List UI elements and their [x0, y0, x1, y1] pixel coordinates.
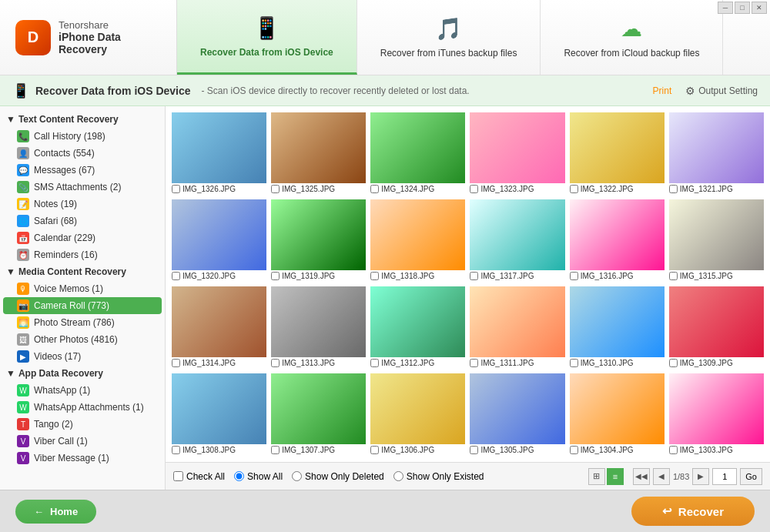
- photo-cell-1305[interactable]: IMG_1305.JPG: [470, 373, 564, 456]
- minimize-button[interactable]: ─: [718, 2, 733, 14]
- sidebar-item-other-photos[interactable]: 🖼 Other Photos (4816): [0, 331, 165, 348]
- nav-tabs: 📱 Recover Data from iOS Device 🎵 Recover…: [177, 0, 770, 75]
- photo-thumbnail: [669, 112, 764, 183]
- photo-checkbox[interactable]: [271, 185, 280, 193]
- sidebar-item-camera-roll[interactable]: 📷 Camera Roll (773): [3, 297, 162, 314]
- page-number-input[interactable]: [712, 468, 737, 485]
- tab-icloud[interactable]: ☁ Recover from iCloud backup files: [541, 0, 723, 75]
- first-page-button[interactable]: ◀◀: [633, 468, 650, 485]
- home-button[interactable]: ← Home: [15, 500, 96, 524]
- show-deleted-radio[interactable]: Show Only Deleted: [292, 471, 384, 482]
- photo-cell-1318[interactable]: IMG_1318.JPG: [370, 199, 465, 282]
- photo-cell-1304[interactable]: IMG_1304.JPG: [570, 373, 665, 456]
- photo-cell-1325[interactable]: IMG_1325.JPG: [271, 112, 366, 195]
- photo-cell-1308[interactable]: IMG_1308.JPG: [172, 373, 266, 456]
- sidebar-item-whatsapp-attachments[interactable]: W WhatsApp Attachments (1): [0, 399, 165, 416]
- photo-cell-1313[interactable]: IMG_1313.JPG: [271, 286, 366, 369]
- section-app-header[interactable]: ▼ App Data Recovery: [0, 365, 165, 382]
- sidebar-item-call-history[interactable]: 📞 Call History (198): [0, 128, 165, 145]
- close-button[interactable]: ✕: [752, 2, 767, 14]
- window-controls: ─ □ ✕: [718, 2, 767, 14]
- section-text-header[interactable]: ▼ Text Content Recovery: [0, 111, 165, 128]
- photo-checkbox[interactable]: [370, 446, 379, 454]
- photo-checkbox[interactable]: [570, 185, 578, 193]
- sidebar-item-calendar[interactable]: 📅 Calendar (229): [0, 229, 165, 246]
- photo-checkbox[interactable]: [370, 185, 379, 193]
- next-page-button[interactable]: ▶: [692, 468, 709, 485]
- sidebar-item-viber-message[interactable]: V Viber Message (1): [0, 450, 165, 467]
- photo-checkbox[interactable]: [172, 185, 180, 193]
- photo-thumbnail: [470, 199, 564, 270]
- check-all-label[interactable]: Check All: [173, 471, 225, 482]
- photo-checkbox[interactable]: [271, 446, 280, 454]
- sidebar-item-sms-attachments[interactable]: 📎 SMS Attachments (2): [0, 179, 165, 196]
- photo-checkbox[interactable]: [271, 359, 280, 367]
- grid-view-button[interactable]: ⊞: [588, 468, 605, 485]
- notes-label: Notes (19): [34, 199, 77, 209]
- photo-checkbox[interactable]: [669, 359, 678, 367]
- section-text-label: Text Content Recovery: [18, 114, 119, 125]
- go-button[interactable]: Go: [740, 468, 762, 485]
- photo-checkbox[interactable]: [570, 446, 578, 454]
- maximize-button[interactable]: □: [735, 2, 750, 14]
- photo-cell-1321[interactable]: IMG_1321.JPG: [669, 112, 764, 195]
- photo-cell-1315[interactable]: IMG_1315.JPG: [669, 199, 764, 282]
- photo-cell-1306[interactable]: IMG_1306.JPG: [370, 373, 465, 456]
- photo-cell-1312[interactable]: IMG_1312.JPG: [370, 286, 465, 369]
- photo-cell-1324[interactable]: IMG_1324.JPG: [370, 112, 465, 195]
- photo-checkbox[interactable]: [172, 446, 180, 454]
- tab-itunes[interactable]: 🎵 Recover from iTunes backup files: [357, 0, 541, 75]
- sidebar-item-photo-stream[interactable]: 🌅 Photo Stream (786): [0, 314, 165, 331]
- prev-page-button[interactable]: ◀: [653, 468, 670, 485]
- sidebar-item-messages[interactable]: 💬 Messages (67): [0, 162, 165, 179]
- photo-checkbox[interactable]: [470, 359, 478, 367]
- sidebar-item-reminders[interactable]: ⏰ Reminders (16): [0, 246, 165, 263]
- photo-cell-1310[interactable]: IMG_1310.JPG: [570, 286, 665, 369]
- photo-checkbox[interactable]: [172, 272, 180, 280]
- photo-checkbox[interactable]: [570, 272, 578, 280]
- list-view-button[interactable]: ≡: [607, 468, 624, 485]
- output-setting-label: Output Setting: [698, 85, 758, 96]
- photo-checkbox[interactable]: [271, 272, 280, 280]
- photo-checkbox[interactable]: [370, 359, 379, 367]
- sidebar-item-voice-memos[interactable]: 🎙 Voice Memos (1): [0, 280, 165, 297]
- show-existed-radio[interactable]: Show Only Existed: [393, 471, 484, 482]
- sidebar-item-whatsapp[interactable]: W WhatsApp (1): [0, 382, 165, 399]
- photo-cell-1322[interactable]: IMG_1322.JPG: [570, 112, 665, 195]
- photo-checkbox[interactable]: [470, 185, 478, 193]
- photo-checkbox[interactable]: [669, 272, 678, 280]
- photo-cell-1326[interactable]: IMG_1326.JPG: [172, 112, 266, 195]
- photo-cell-1316[interactable]: IMG_1316.JPG: [570, 199, 665, 282]
- photo-label: IMG_1305.JPG: [470, 446, 564, 454]
- photo-cell-1311[interactable]: IMG_1311.JPG: [470, 286, 564, 369]
- photo-checkbox[interactable]: [172, 359, 180, 367]
- recover-button[interactable]: ↩ Recover: [631, 497, 755, 526]
- sidebar-item-contacts[interactable]: 👤 Contacts (554): [0, 145, 165, 162]
- tab-ios[interactable]: 📱 Recover Data from iOS Device: [177, 0, 357, 75]
- check-all-checkbox[interactable]: [173, 471, 183, 481]
- sidebar-item-videos[interactable]: ▶ Videos (17): [0, 348, 165, 365]
- print-button[interactable]: Print: [653, 85, 672, 96]
- photo-cell-1307[interactable]: IMG_1307.JPG: [271, 373, 366, 456]
- photo-cell-1317[interactable]: IMG_1317.JPG: [470, 199, 564, 282]
- photo-cell-1314[interactable]: IMG_1314.JPG: [172, 286, 266, 369]
- photo-checkbox[interactable]: [370, 272, 379, 280]
- sidebar-item-safari[interactable]: 🌐 Safari (68): [0, 212, 165, 229]
- show-all-radio[interactable]: Show All: [234, 471, 283, 482]
- camera-roll-label: Camera Roll (773): [34, 300, 109, 311]
- photo-cell-1319[interactable]: IMG_1319.JPG: [271, 199, 366, 282]
- photo-cell-1323[interactable]: IMG_1323.JPG: [470, 112, 564, 195]
- photo-cell-1309[interactable]: IMG_1309.JPG: [669, 286, 764, 369]
- photo-checkbox[interactable]: [470, 446, 478, 454]
- photo-checkbox[interactable]: [669, 185, 678, 193]
- section-media-header[interactable]: ▼ Media Content Recovery: [0, 263, 165, 280]
- photo-cell-1303[interactable]: IMG_1303.JPG: [669, 373, 764, 456]
- sidebar-item-viber-call[interactable]: V Viber Call (1): [0, 433, 165, 450]
- sidebar-item-tango[interactable]: T Tango (2): [0, 416, 165, 433]
- output-setting-button[interactable]: ⚙ Output Setting: [685, 85, 758, 97]
- sidebar-item-notes[interactable]: 📝 Notes (19): [0, 196, 165, 212]
- photo-checkbox[interactable]: [669, 446, 678, 454]
- photo-checkbox[interactable]: [570, 359, 578, 367]
- photo-checkbox[interactable]: [470, 272, 478, 280]
- photo-cell-1320[interactable]: IMG_1320.JPG: [172, 199, 266, 282]
